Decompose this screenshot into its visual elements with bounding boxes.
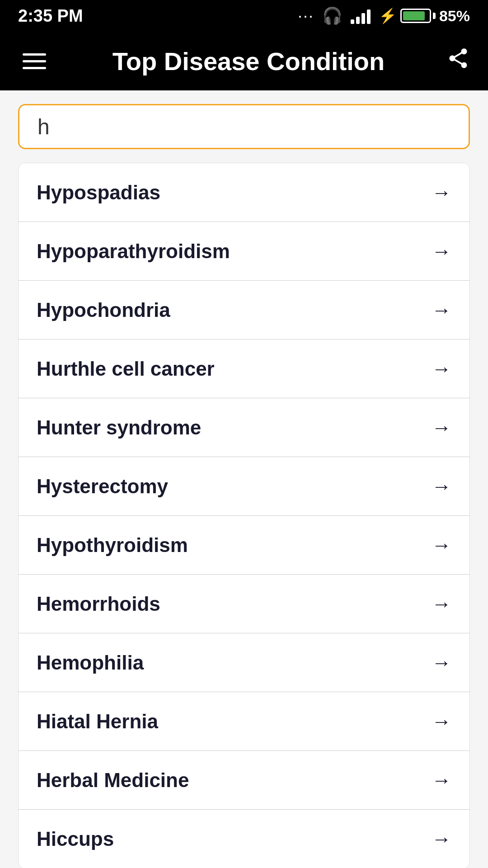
arrow-icon: → [432,534,451,557]
battery-icon [400,9,436,23]
arrow-icon: → [432,299,451,321]
item-label: Hemophilia [37,651,144,674]
list-item[interactable]: Hemorrhoids → [19,575,469,633]
disease-list: Hypospadias → Hypoparathyroidism → Hypoc… [18,163,470,868]
item-label: Hysterectomy [37,475,168,498]
arrow-icon: → [432,651,451,674]
disease-list-container: Hypospadias → Hypoparathyroidism → Hypoc… [0,163,488,868]
list-item[interactable]: Hiccups → [19,810,469,868]
arrow-icon: → [432,358,451,380]
status-time: 2:35 PM [18,6,83,26]
status-bar: 2:35 PM ··· 🎧 ⚡ 85% [0,0,488,32]
list-item[interactable]: Hypospadias → [19,163,469,222]
item-label: Hypothyroidism [37,534,188,557]
app-bar: Top Disease Condition [0,32,488,90]
search-container [0,90,488,163]
arrow-icon: → [432,181,451,204]
search-input[interactable] [18,104,470,149]
page-title: Top Disease Condition [51,47,446,76]
item-label: Herbal Medicine [37,769,189,792]
list-item[interactable]: Hiatal Hernia → [19,692,469,751]
list-item[interactable]: Hysterectomy → [19,457,469,516]
item-label: Hiccups [37,828,114,850]
arrow-icon: → [432,593,451,615]
list-item[interactable]: Hypoparathyroidism → [19,222,469,281]
item-label: Hurthle cell cancer [37,358,215,380]
charging-icon: ⚡ [379,7,397,24]
arrow-icon: → [432,240,451,263]
arrow-icon: → [432,710,451,733]
list-item[interactable]: Hypothyroidism → [19,516,469,575]
list-item[interactable]: Hunter syndrome → [19,398,469,457]
arrow-icon: → [432,769,451,792]
menu-button[interactable] [18,49,51,74]
headphone-icon: 🎧 [322,6,343,25]
item-label: Hunter syndrome [37,416,201,439]
arrow-icon: → [432,475,451,498]
arrow-icon: → [432,828,451,850]
item-label: Hypospadias [37,181,160,204]
list-item[interactable]: Hurthle cell cancer → [19,340,469,398]
list-item[interactable]: Herbal Medicine → [19,751,469,810]
list-item[interactable]: Hemophilia → [19,633,469,692]
battery-percent: 85% [439,7,470,25]
item-label: Hypochondria [37,299,170,321]
status-icons: ··· 🎧 ⚡ 85% [298,6,470,25]
overflow-icon: ··· [298,6,314,25]
item-label: Hiatal Hernia [37,710,158,733]
item-label: Hypoparathyroidism [37,240,230,263]
battery-container: ⚡ 85% [379,7,470,25]
item-label: Hemorrhoids [37,593,160,615]
share-button[interactable] [446,47,470,75]
list-item[interactable]: Hypochondria → [19,281,469,340]
arrow-icon: → [432,416,451,439]
signal-icon [351,8,371,24]
